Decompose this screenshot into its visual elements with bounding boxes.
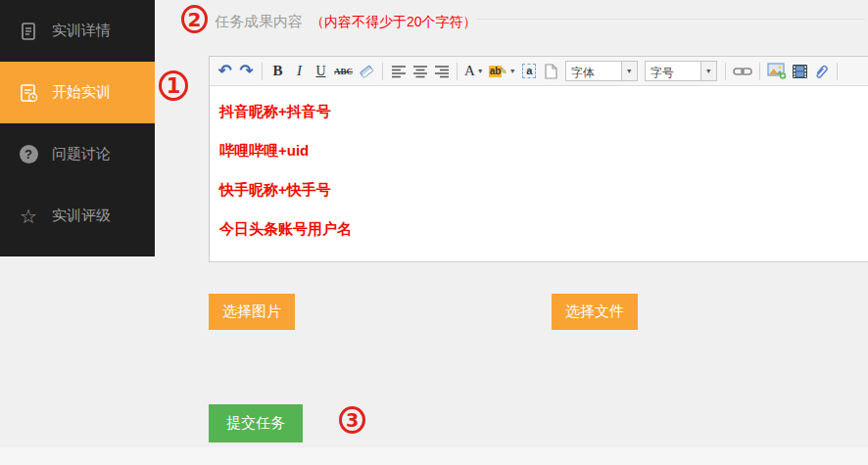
insert-image-button[interactable] (765, 61, 789, 82)
toolbar-separator (262, 63, 263, 80)
annotation-circle-3: 3 (339, 406, 365, 434)
editor-line: 今日头条账号用户名 (219, 220, 858, 239)
toolbar-separator (457, 63, 458, 80)
undo-button[interactable]: ↶ (215, 61, 235, 82)
sidebar-item-training-details[interactable]: 实训详情 (0, 0, 155, 62)
undo-icon: ↶ (217, 63, 231, 79)
page: 实训详情 开始实训 ? 问题讨论 ☆ 实训 (0, 0, 868, 465)
toolbar-separator (382, 63, 383, 80)
section-header: 任务成果内容 （内容不得少于20个字符） (215, 13, 477, 31)
star-icon: ☆ (18, 206, 39, 227)
question-circle-icon: ? (18, 144, 39, 165)
sidebar-item-label: 开始实训 (52, 83, 111, 102)
attach-file-button[interactable] (811, 61, 832, 82)
toolbar-separator (837, 63, 838, 80)
font-family-select[interactable]: 字体 ▼ (565, 61, 638, 81)
link-icon (733, 66, 752, 77)
align-left-icon (391, 65, 407, 78)
font-family-value: 字体 (566, 62, 621, 80)
chevron-down-icon: ▼ (477, 68, 484, 74)
font-color-button[interactable]: A ▼ (462, 61, 486, 82)
editor-toolbar: ↶ ↷ B I U ABC (210, 57, 868, 86)
insert-media-button[interactable] (790, 61, 810, 82)
char-border-button[interactable]: a (519, 61, 540, 82)
new-page-button[interactable] (541, 61, 561, 82)
strikethrough-button[interactable]: ABC (332, 61, 355, 82)
align-right-button[interactable] (431, 61, 452, 82)
underline-icon: U (315, 64, 325, 79)
toolbar-separator (759, 63, 760, 80)
sidebar-item-question-discussion[interactable]: ? 问题讨论 (0, 123, 155, 185)
document-icon (18, 21, 39, 42)
eraser-icon (358, 64, 375, 79)
select-arrow: ▼ (621, 62, 637, 80)
bold-button[interactable]: B (267, 61, 288, 82)
header-divider (477, 19, 865, 20)
chevron-down-icon: ▼ (509, 68, 516, 74)
font-size-select[interactable]: 字号 ▼ (645, 61, 717, 81)
align-center-icon (412, 65, 428, 78)
italic-icon: I (297, 63, 302, 79)
film-icon (792, 64, 808, 79)
align-left-button[interactable] (388, 61, 409, 82)
align-center-button[interactable] (410, 61, 430, 82)
editor-content-area[interactable]: 抖音昵称+抖音号 哔哩哔哩+uid 快手昵称+快手号 今日头条账号用户名 (210, 86, 868, 239)
redo-button[interactable]: ↷ (236, 61, 257, 82)
paperclip-icon (813, 64, 829, 79)
select-file-button[interactable]: 选择文件 (552, 294, 638, 330)
highlight-color-button[interactable]: ab ✎ ▼ (487, 61, 518, 82)
editor-line: 抖音昵称+抖音号 (219, 103, 858, 121)
bold-icon: B (272, 63, 282, 79)
annotation-circle-1: 1 (159, 70, 188, 101)
sidebar-item-label: 问题讨论 (52, 145, 111, 163)
footer-strip (0, 447, 868, 465)
toolbar-separator (725, 63, 726, 80)
font-color-icon: A (464, 63, 475, 79)
page-title: 任务成果内容 (215, 13, 303, 31)
strikethrough-icon: ABC (334, 67, 353, 76)
submit-task-button[interactable]: 提交任务 (209, 404, 303, 442)
sidebar-item-label: 实训详情 (52, 22, 111, 40)
page-note: （内容不得少于20个字符） (311, 14, 477, 31)
pencil-icon: ✎ (499, 66, 506, 76)
editor-line: 哔哩哔哩+uid (219, 142, 858, 161)
blank-page-icon (544, 64, 557, 79)
annotation-circle-2: 2 (181, 5, 208, 33)
underline-button[interactable]: U (311, 61, 331, 82)
editor-line: 快手昵称+快手号 (219, 181, 858, 200)
italic-button[interactable]: I (289, 61, 310, 82)
align-right-icon (434, 65, 450, 78)
star-glyph: ☆ (20, 207, 37, 226)
select-arrow: ▼ (700, 62, 716, 80)
insert-link-button[interactable] (731, 61, 754, 82)
redo-icon: ↷ (239, 63, 253, 79)
sidebar: 实训详情 开始实训 ? 问题讨论 ☆ 实训 (0, 0, 155, 256)
chevron-down-icon: ▼ (626, 68, 633, 74)
document-clock-icon (18, 82, 39, 104)
remove-format-button[interactable] (356, 61, 377, 82)
sidebar-item-training-rating[interactable]: ☆ 实训评级 (0, 185, 155, 247)
rich-text-editor: ↶ ↷ B I U ABC (209, 56, 868, 262)
sidebar-item-label: 实训评级 (52, 207, 111, 225)
select-image-button[interactable]: 选择图片 (209, 294, 295, 330)
question-mark-glyph: ? (20, 145, 38, 163)
chevron-down-icon: ▼ (705, 68, 712, 74)
char-border-icon: a (522, 64, 536, 78)
image-icon (767, 63, 787, 79)
sidebar-item-start-training[interactable]: 开始实训 (0, 62, 155, 123)
font-size-value: 字号 (646, 62, 700, 80)
